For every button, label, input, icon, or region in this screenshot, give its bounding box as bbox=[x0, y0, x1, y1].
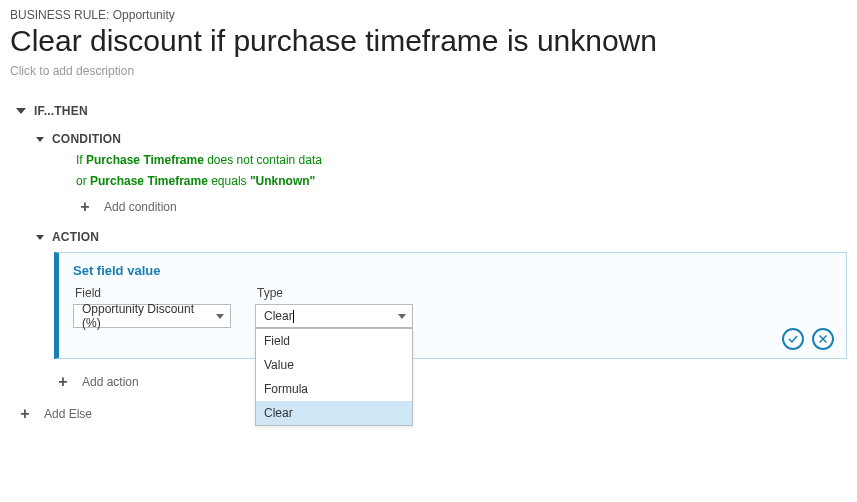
add-else-label: Add Else bbox=[44, 407, 92, 421]
action-label: ACTION bbox=[52, 230, 99, 244]
page-title: Clear discount if purchase timeframe is … bbox=[10, 24, 847, 58]
type-label: Type bbox=[257, 286, 413, 300]
condition-line[interactable]: If Purchase Timeframe does not contain d… bbox=[76, 153, 847, 167]
action-card-title: Set field value bbox=[73, 263, 832, 278]
dropdown-option-field[interactable]: Field bbox=[256, 329, 412, 353]
chevron-down-icon bbox=[16, 108, 26, 114]
dropdown-option-value[interactable]: Value bbox=[256, 353, 412, 377]
breadcrumb: BUSINESS RULE: Opportunity bbox=[10, 8, 847, 22]
plus-icon: + bbox=[16, 405, 34, 423]
plus-icon: + bbox=[76, 198, 94, 216]
chevron-down-icon bbox=[36, 137, 44, 142]
condition-line[interactable]: or Purchase Timeframe equals "Unknown" bbox=[76, 174, 847, 188]
condition-operator: equals bbox=[208, 174, 250, 188]
chevron-down-icon bbox=[398, 314, 406, 319]
action-header[interactable]: ACTION bbox=[36, 230, 847, 244]
dropdown-option-formula[interactable]: Formula bbox=[256, 377, 412, 401]
field-label: Field bbox=[75, 286, 231, 300]
cancel-button[interactable] bbox=[812, 328, 834, 350]
close-icon bbox=[817, 333, 829, 345]
condition-header[interactable]: CONDITION bbox=[36, 132, 847, 146]
plus-icon: + bbox=[54, 373, 72, 391]
chevron-down-icon bbox=[216, 314, 224, 319]
condition-value: "Unknown" bbox=[250, 174, 315, 188]
condition-label: CONDITION bbox=[52, 132, 121, 146]
description-placeholder[interactable]: Click to add description bbox=[10, 64, 847, 78]
type-dropdown: Field Value Formula Clear bbox=[255, 328, 413, 426]
dropdown-option-clear[interactable]: Clear bbox=[256, 401, 412, 425]
condition-operator: does not contain data bbox=[204, 153, 322, 167]
ifthen-header[interactable]: IF...THEN bbox=[16, 104, 847, 118]
add-condition-button[interactable]: + Add condition bbox=[76, 198, 847, 216]
condition-field: Purchase Timeframe bbox=[86, 153, 204, 167]
chevron-down-icon bbox=[36, 235, 44, 240]
add-condition-label: Add condition bbox=[104, 200, 177, 214]
check-icon bbox=[787, 333, 799, 345]
condition-keyword: If bbox=[76, 153, 86, 167]
add-action-label: Add action bbox=[82, 375, 139, 389]
type-select[interactable]: Clear bbox=[255, 304, 413, 328]
condition-keyword: or bbox=[76, 174, 90, 188]
action-card: Set field value Field Opportunity Discou… bbox=[54, 252, 847, 359]
ifthen-label: IF...THEN bbox=[34, 104, 88, 118]
condition-field: Purchase Timeframe bbox=[90, 174, 208, 188]
confirm-button[interactable] bbox=[782, 328, 804, 350]
type-select-value: Clear bbox=[264, 309, 293, 323]
field-select[interactable]: Opportunity Discount (%) bbox=[73, 304, 231, 328]
add-action-button[interactable]: + Add action bbox=[54, 373, 847, 391]
add-else-button[interactable]: + Add Else bbox=[16, 405, 847, 423]
text-cursor bbox=[293, 310, 294, 323]
field-select-value: Opportunity Discount (%) bbox=[82, 302, 216, 330]
